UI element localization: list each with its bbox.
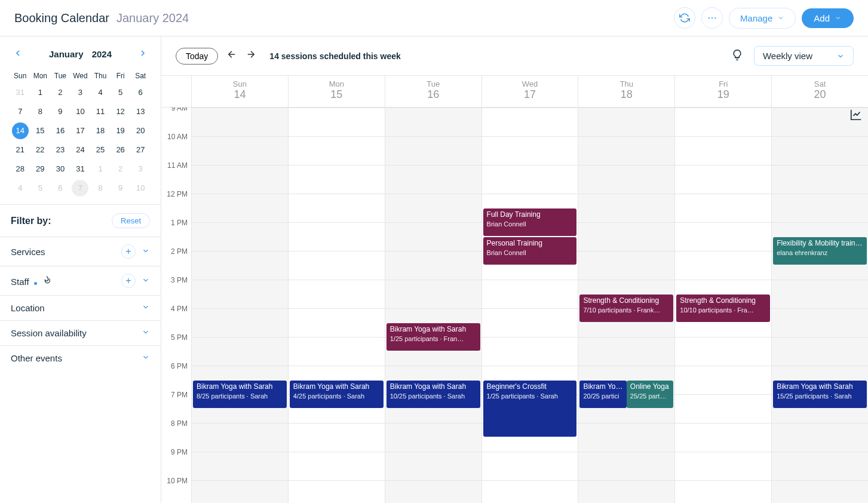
mini-cal-day[interactable]: 26 (112, 142, 129, 158)
calendar-event[interactable]: Strength & Conditioning7/10 participants… (579, 295, 673, 322)
hour-cell[interactable] (578, 136, 674, 165)
prev-week-button[interactable] (226, 49, 237, 63)
hour-cell[interactable] (192, 251, 288, 280)
mini-cal-day[interactable]: 3 (132, 161, 149, 177)
mini-cal-day[interactable]: 28 (12, 161, 29, 177)
mini-cal-day[interactable]: 24 (72, 142, 88, 158)
hour-cell[interactable] (385, 165, 481, 194)
mini-cal-day[interactable]: 31 (12, 84, 29, 101)
filter-reset-button[interactable]: Reset (112, 213, 150, 228)
mini-cal-day[interactable]: 14 (12, 122, 29, 139)
hour-cell[interactable] (675, 251, 771, 280)
hour-cell[interactable] (289, 194, 385, 222)
mini-cal-day[interactable]: 2 (112, 161, 129, 177)
mini-cal-day[interactable]: 4 (92, 84, 109, 101)
hour-cell[interactable] (578, 222, 674, 251)
hour-cell[interactable] (385, 251, 481, 280)
hour-cell[interactable] (482, 480, 578, 503)
mini-cal-day[interactable]: 16 (52, 122, 69, 139)
mini-cal-day[interactable]: 30 (52, 161, 69, 177)
mini-cal-day[interactable]: 3 (72, 84, 88, 101)
mini-cal-next[interactable] (136, 46, 150, 62)
mini-cal-day[interactable]: 23 (52, 142, 69, 158)
calendar-event[interactable]: Full Day TrainingBrian Connell (483, 208, 577, 236)
hour-cell[interactable] (289, 136, 385, 165)
hour-cell[interactable] (772, 308, 868, 337)
hour-cell[interactable] (482, 136, 578, 165)
hour-cell[interactable] (772, 480, 868, 503)
calendar-event[interactable]: Bikram Yoga with Sarah10/25 participants… (387, 381, 480, 408)
hour-cell[interactable] (482, 337, 578, 366)
mini-cal-day[interactable]: 8 (92, 180, 109, 197)
hour-cell[interactable] (289, 452, 385, 480)
manage-button[interactable]: Manage (729, 8, 796, 29)
hour-cell[interactable] (289, 423, 385, 452)
hour-cell[interactable] (578, 194, 674, 222)
hour-cell[interactable] (675, 194, 771, 222)
mini-cal-day[interactable]: 25 (92, 142, 109, 158)
hour-cell[interactable] (385, 108, 481, 136)
filter-row-other-events[interactable]: Other events (0, 345, 161, 370)
view-select[interactable]: Weekly view (754, 46, 854, 66)
hour-cell[interactable] (289, 337, 385, 366)
next-week-button[interactable] (246, 49, 256, 63)
mini-cal-day[interactable]: 1 (92, 161, 109, 177)
mini-cal-day[interactable]: 10 (132, 180, 149, 197)
mini-cal-day[interactable]: 18 (92, 122, 109, 139)
calendar-event[interactable]: Bikram Yoga with Sarah15/25 participants… (773, 381, 867, 408)
hour-cell[interactable] (192, 222, 288, 251)
calendar-event[interactable]: Bikram Yoga with Sarah4/25 participants … (290, 381, 384, 408)
mini-cal-day[interactable]: 7 (12, 103, 29, 120)
hour-cell[interactable] (192, 108, 288, 136)
calendar-event[interactable]: Flexibility & Mobility trainingelana ehr… (773, 237, 867, 265)
hour-cell[interactable] (385, 194, 481, 222)
mini-cal-day[interactable]: 21 (12, 142, 29, 158)
hour-cell[interactable] (772, 194, 868, 222)
hour-cell[interactable] (385, 136, 481, 165)
calendar-event[interactable]: Strength & Conditioning10/10 participant… (676, 295, 770, 322)
mini-cal-day[interactable]: 12 (112, 103, 129, 120)
add-button[interactable]: Add (802, 8, 854, 28)
calendar-event[interactable]: Beginner's Crossfit1/25 participants · S… (483, 381, 577, 437)
mini-cal-day[interactable]: 5 (32, 180, 48, 197)
mini-cal-day[interactable]: 7 (72, 180, 88, 197)
hour-cell[interactable] (385, 452, 481, 480)
filter-row-staff[interactable]: Staff + (0, 266, 161, 295)
plus-icon[interactable]: + (121, 244, 136, 259)
hour-cell[interactable] (385, 480, 481, 503)
hour-cell[interactable] (675, 136, 771, 165)
calendar-event[interactable]: Bikram Yoga20/25 partici (579, 381, 626, 408)
calendar-event[interactable]: Bikram Yoga with Sarah1/25 participants … (387, 323, 480, 351)
hour-cell[interactable] (192, 452, 288, 480)
analytics-icon[interactable] (849, 108, 863, 121)
mini-cal-day[interactable]: 8 (32, 103, 48, 120)
mini-cal-day[interactable]: 15 (32, 122, 48, 139)
hour-cell[interactable] (578, 337, 674, 366)
mini-cal-day[interactable]: 9 (112, 180, 129, 197)
hour-cell[interactable] (578, 452, 674, 480)
mini-cal-day[interactable]: 2 (52, 84, 69, 101)
hour-cell[interactable] (772, 452, 868, 480)
filter-row-services[interactable]: Services+ (0, 237, 161, 266)
mini-cal-day[interactable]: 20 (132, 122, 149, 139)
hour-cell[interactable] (578, 108, 674, 136)
hour-cell[interactable] (385, 280, 481, 308)
hour-cell[interactable] (675, 165, 771, 194)
hour-cell[interactable] (482, 452, 578, 480)
hour-cell[interactable] (772, 280, 868, 308)
hour-cell[interactable] (578, 165, 674, 194)
hour-cell[interactable] (482, 108, 578, 136)
mini-cal-day[interactable]: 19 (112, 122, 129, 139)
hour-cell[interactable] (385, 423, 481, 452)
hour-cell[interactable] (192, 165, 288, 194)
hour-cell[interactable] (675, 108, 771, 136)
calendar-event[interactable]: Online Yoga25/25 part… (627, 381, 673, 408)
hour-cell[interactable] (289, 165, 385, 194)
hour-cell[interactable] (289, 480, 385, 503)
mini-cal-day[interactable]: 5 (112, 84, 129, 101)
hour-cell[interactable] (289, 222, 385, 251)
filter-row-session-availability[interactable]: Session availability (0, 320, 161, 345)
hour-cell[interactable] (772, 337, 868, 366)
hour-cell[interactable] (192, 480, 288, 503)
more-button[interactable] (701, 7, 723, 29)
